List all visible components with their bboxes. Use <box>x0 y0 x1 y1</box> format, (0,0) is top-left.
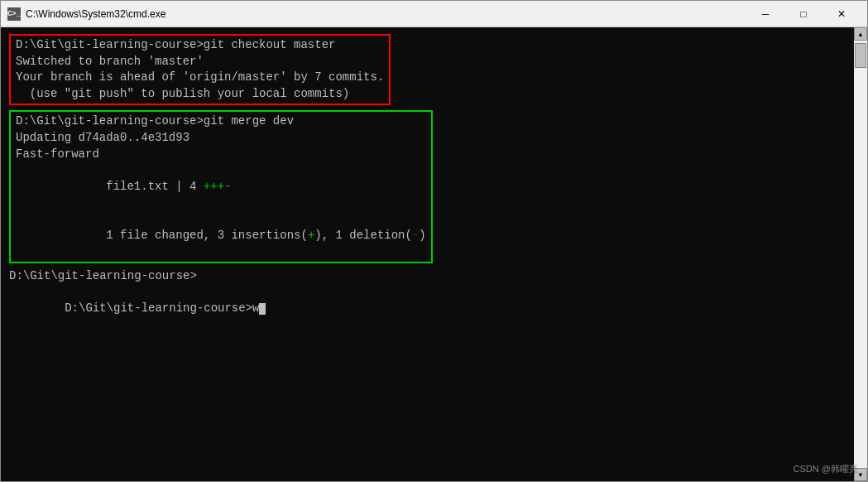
window-title: C:\Windows\System32\cmd.exe <box>26 8 746 20</box>
updating-line: Updating d74ada0..4e31d93 <box>16 130 426 147</box>
switched-line: Switched to branch 'master' <box>16 54 384 70</box>
checkout-block: D:\Git\git-learning-course>git checkout … <box>9 34 846 105</box>
red-border-box: D:\Git\git-learning-course>git checkout … <box>9 34 391 105</box>
scrollbar-track[interactable] <box>854 41 867 468</box>
close-button[interactable]: ✕ <box>822 1 861 27</box>
window-controls: ─ □ ✕ <box>746 1 861 27</box>
app-icon: C>_ <box>7 7 21 21</box>
prompt-cursor-line: D:\Git\git-learning-course>w <box>9 284 846 333</box>
green-border-box: D:\Git\git-learning-course>git merge dev… <box>9 110 433 263</box>
prompt-empty-line: D:\Git\git-learning-course> <box>9 268 846 285</box>
minimize-button[interactable]: ─ <box>746 1 784 27</box>
checkout-cmd-line: D:\Git\git-learning-course>git checkout … <box>16 37 384 54</box>
titlebar: C>_ C:\Windows\System32\cmd.exe ─ □ ✕ <box>1 1 867 27</box>
cursor <box>259 303 266 315</box>
terminal-content[interactable]: D:\Git\git-learning-course>git checkout … <box>1 27 854 481</box>
ahead-line: Your branch is ahead of 'origin/master' … <box>16 70 384 86</box>
terminal-area: D:\Git\git-learning-course>git checkout … <box>1 27 867 481</box>
use-push-line: (use "git push" to publish your local co… <box>16 86 384 103</box>
scrollbar-thumb[interactable] <box>855 43 866 68</box>
fast-forward-line: Fast-forward <box>16 147 426 163</box>
file-diff-line: file1.txt | 4 +++- <box>16 162 426 211</box>
merge-cmd-line: D:\Git\git-learning-course>git merge dev <box>16 113 426 130</box>
cmd-window: C>_ C:\Windows\System32\cmd.exe ─ □ ✕ D:… <box>0 0 868 482</box>
watermark: CSDN @韩曜亮 <box>794 463 858 475</box>
prompt-text: D:\Git\git-learning-course>w <box>65 301 259 315</box>
merge-block: D:\Git\git-learning-course>git merge dev… <box>9 110 846 263</box>
maximize-button[interactable]: □ <box>784 1 822 27</box>
scrollbar[interactable]: ▲ ▼ <box>854 27 867 481</box>
scrollbar-up-button[interactable]: ▲ <box>854 27 867 41</box>
summary-line: 1 file changed, 3 insertions(+), 1 delet… <box>16 211 426 260</box>
